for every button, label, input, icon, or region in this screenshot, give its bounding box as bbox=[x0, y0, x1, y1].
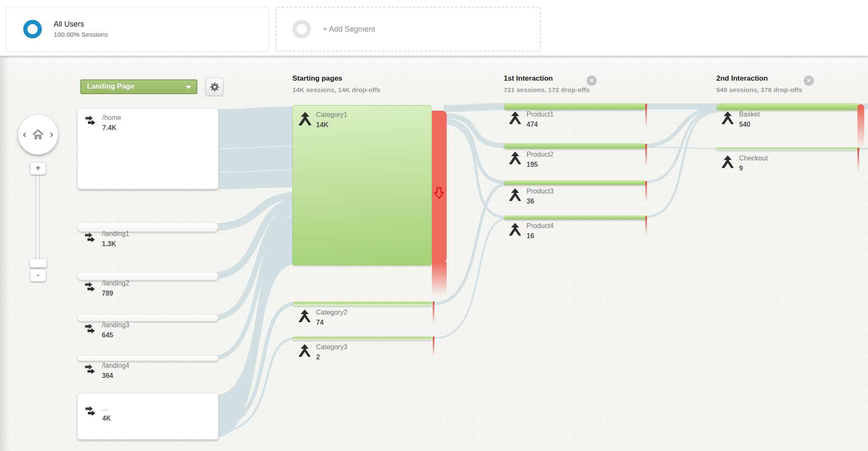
node-other-pages[interactable]: ... 4K bbox=[77, 393, 218, 440]
remove-step-button[interactable]: × bbox=[804, 76, 814, 86]
column-title-2nd-interaction: 2nd Interaction bbox=[716, 74, 768, 83]
remove-step-button[interactable]: × bbox=[587, 76, 597, 86]
node-basket-bar[interactable] bbox=[716, 103, 860, 110]
dimension-dropdown-label: Landing Page bbox=[87, 82, 134, 90]
segment-card-all-users[interactable]: All Users 100.00% Sessions bbox=[6, 7, 269, 52]
node-label: Category3 bbox=[316, 343, 347, 351]
close-icon: × bbox=[807, 77, 811, 84]
node-label: Category1 bbox=[316, 111, 347, 119]
node-product1-bar[interactable] bbox=[504, 103, 647, 110]
chevron-down-icon bbox=[186, 86, 191, 89]
node-product2-bar[interactable] bbox=[504, 143, 647, 149]
node-label: Product2 bbox=[527, 151, 554, 158]
node-label: Category2 bbox=[316, 309, 347, 316]
nav-next-button[interactable]: › bbox=[50, 128, 53, 140]
node-value: 364 bbox=[102, 372, 129, 380]
node-product3-bar[interactable] bbox=[504, 180, 647, 185]
node-landing1-bar[interactable] bbox=[77, 223, 218, 232]
segment-title: All Users bbox=[54, 20, 108, 29]
double-arrow-icon bbox=[84, 231, 97, 243]
node-label: /landing1 bbox=[102, 230, 129, 238]
merge-arrow-icon bbox=[721, 111, 734, 124]
zoom-slider-handle[interactable] bbox=[29, 258, 47, 268]
node-value: 2 bbox=[316, 353, 347, 361]
merge-arrow-icon bbox=[721, 155, 734, 168]
segment-ring-icon bbox=[23, 20, 42, 38]
node-value: 9 bbox=[739, 165, 768, 172]
node-label: Product4 bbox=[527, 222, 554, 230]
node-home[interactable]: /home 7.4K bbox=[77, 109, 218, 189]
add-segment-button[interactable]: + Add Segment bbox=[276, 7, 541, 52]
node-category3-bar[interactable] bbox=[292, 337, 432, 340]
add-segment-ring-icon bbox=[292, 20, 311, 38]
node-value: 36 bbox=[527, 198, 554, 205]
node-landing4-bar[interactable] bbox=[77, 355, 218, 361]
node-value: 1.3K bbox=[102, 240, 129, 248]
node-value: 14K bbox=[316, 121, 347, 129]
node-label: Checkout bbox=[739, 155, 768, 162]
node-product4-bar[interactable] bbox=[504, 215, 647, 220]
node-landing3-bar[interactable] bbox=[77, 314, 218, 321]
node-value: 645 bbox=[102, 331, 129, 339]
drop-off-tick bbox=[645, 216, 647, 236]
node-label: /home bbox=[102, 114, 121, 122]
double-arrow-icon bbox=[84, 363, 97, 375]
merge-arrow-icon bbox=[509, 188, 521, 201]
settings-button[interactable] bbox=[205, 78, 224, 96]
drop-off-blob bbox=[857, 104, 864, 149]
zoom-out-button[interactable]: - bbox=[30, 269, 46, 282]
node-value: 474 bbox=[527, 121, 554, 128]
node-landing2-bar[interactable] bbox=[77, 272, 218, 280]
drop-off-fade bbox=[432, 262, 447, 299]
close-icon: × bbox=[590, 77, 593, 84]
node-value: 195 bbox=[527, 161, 554, 168]
node-value: 7.4K bbox=[102, 124, 121, 132]
node-value: 789 bbox=[102, 290, 129, 297]
node-value: 16 bbox=[527, 232, 554, 240]
double-arrow-icon bbox=[85, 114, 97, 126]
segment-subtitle: 100.00% Sessions bbox=[54, 31, 108, 38]
node-category2-bar[interactable] bbox=[292, 302, 432, 306]
merge-arrow-icon bbox=[509, 223, 521, 236]
drop-off-arrow-icon bbox=[434, 187, 444, 199]
node-label: Basket bbox=[739, 111, 760, 118]
column-title-1st-interaction: 1st Interaction bbox=[504, 74, 553, 83]
zoom-in-button[interactable]: + bbox=[30, 162, 46, 175]
double-arrow-icon bbox=[85, 405, 97, 416]
left-edge-shade bbox=[0, 56, 9, 451]
node-label: /landing3 bbox=[102, 321, 129, 329]
drop-off-tick bbox=[645, 181, 647, 202]
home-icon[interactable] bbox=[31, 129, 45, 141]
node-label: Product1 bbox=[527, 111, 554, 118]
merge-arrow-icon bbox=[298, 344, 311, 357]
column-title-starting-pages: Starting pages bbox=[292, 74, 342, 83]
gear-icon bbox=[210, 82, 220, 92]
column-subtitle: 14K sessions, 14K drop-offs bbox=[292, 86, 380, 94]
users-flow-report: All Users 100.00% Sessions + Add Segment… bbox=[0, 0, 868, 451]
node-label: /landing4 bbox=[102, 362, 129, 369]
merge-arrow-icon bbox=[298, 310, 311, 322]
node-category1-block[interactable] bbox=[292, 105, 432, 266]
node-label: Product3 bbox=[527, 187, 554, 195]
node-value: 4K bbox=[102, 415, 111, 422]
drop-off-tick bbox=[433, 337, 434, 357]
nav-prev-button[interactable]: ‹ bbox=[23, 128, 26, 140]
double-arrow-icon bbox=[84, 322, 97, 334]
column-subtitle: 721 sessions, 172 drop-offs bbox=[504, 86, 590, 94]
node-value: 74 bbox=[316, 319, 347, 326]
merge-arrow-icon bbox=[509, 152, 521, 164]
zoom-slider-track[interactable] bbox=[35, 174, 40, 270]
node-value: 540 bbox=[739, 121, 760, 128]
merge-arrow-icon bbox=[298, 112, 312, 125]
add-segment-label: + Add Segment bbox=[323, 25, 375, 34]
flow-navigator: ‹ › bbox=[18, 115, 58, 155]
segment-bar: All Users 100.00% Sessions + Add Segment bbox=[0, 0, 868, 56]
dimension-dropdown[interactable]: Landing Page bbox=[80, 79, 197, 94]
drop-off-tick bbox=[857, 148, 859, 172]
node-checkout-bar[interactable] bbox=[716, 147, 860, 150]
column-subtitle: 549 sessions, 378 drop-offs bbox=[716, 86, 802, 94]
node-label: /landing2 bbox=[102, 280, 129, 287]
double-arrow-icon bbox=[84, 280, 97, 292]
drop-off-tick bbox=[645, 144, 647, 167]
node-label: ... bbox=[102, 405, 111, 412]
